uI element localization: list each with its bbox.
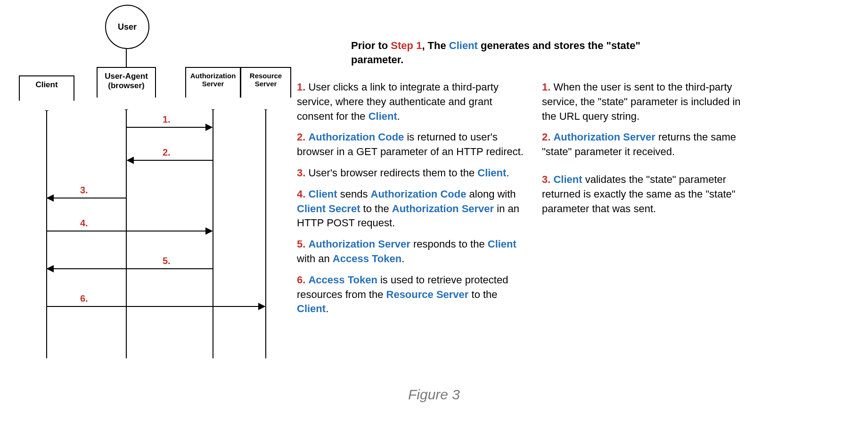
left-step-5-token: Access Token <box>333 253 401 265</box>
left-step-6-end: . <box>326 303 328 314</box>
right-steps-column: 1. When the user is sent to the third-pa… <box>542 80 749 223</box>
figure-caption: Figure 3 <box>0 387 868 403</box>
left-step-4-a: sends <box>337 188 371 200</box>
left-step-4-auth: Authorization Server <box>392 203 494 215</box>
left-step-1: 1. User clicks a link to integrate a thi… <box>297 80 528 124</box>
left-step-5-num: 5. <box>297 238 305 250</box>
left-step-2: 2. Authorization Code is returned to use… <box>297 130 528 159</box>
right-step-1: 1. When the user is sent to the third-pa… <box>542 80 749 124</box>
left-step-2-num: 2. <box>297 131 305 143</box>
left-step-5-a: responds to the <box>410 238 488 250</box>
left-step-3-a: User's browser redirects them to the <box>305 167 477 179</box>
left-step-6-client: Client <box>297 303 326 314</box>
left-steps-column: 1. User clicks a link to integrate a thi… <box>297 80 528 323</box>
left-step-3-client: Client <box>477 167 506 179</box>
right-step-2-num: 2. <box>542 131 550 143</box>
left-step-1-client: Client <box>368 110 397 122</box>
left-step-5-client: Client <box>488 238 516 250</box>
left-step-5: 5. Authorization Server responds to the … <box>297 237 528 266</box>
left-step-3-num: 3. <box>297 167 305 179</box>
left-step-1-num: 1. <box>297 81 305 93</box>
sequence-diagram: User Client User-Agent (browser) Authori… <box>19 5 292 358</box>
arrow-label-5: 5. <box>163 256 171 266</box>
right-step-2: 2. Authorization Server returns the same… <box>542 130 749 159</box>
left-step-6-b: to the <box>468 289 497 300</box>
right-step-2-auth: Authorization Server <box>553 131 655 143</box>
left-step-5-b: with an <box>297 253 333 265</box>
arrow-label-6: 6. <box>80 293 88 304</box>
left-step-4-code: Authorization Code <box>371 188 467 200</box>
left-step-3-end: . <box>506 167 509 179</box>
arrow-label-2: 2. <box>163 147 171 158</box>
left-step-5-auth: Authorization Server <box>308 238 410 250</box>
left-step-4-num: 4. <box>297 188 305 200</box>
left-step-6-num: 6. <box>297 274 305 286</box>
figure-3: User Client User-Agent (browser) Authori… <box>0 0 868 430</box>
right-step-1-a: When the user is sent to the third-party… <box>542 81 741 122</box>
intro-client: Client <box>449 40 478 51</box>
left-step-3: 3. User's browser redirects them to the … <box>297 166 528 181</box>
arrow-label-3: 3. <box>80 185 88 196</box>
left-step-4: 4. Client sends Authorization Code along… <box>297 187 528 231</box>
arrows-svg <box>19 5 292 358</box>
right-step-3: 3. Client validates the "state" paramete… <box>542 173 749 216</box>
left-step-4-secret: Client Secret <box>297 203 360 215</box>
intro-pre: Prior to <box>351 40 391 51</box>
left-step-4-c: to the <box>360 203 392 215</box>
right-step-3-client: Client <box>553 174 582 185</box>
right-step-1-num: 1. <box>542 81 550 93</box>
left-step-4-b: along with <box>466 188 516 200</box>
left-step-6-token: Access Token <box>308 274 377 286</box>
left-step-6: 6. Access Token is used to retrieve prot… <box>297 273 528 316</box>
intro-mid: , The <box>422 40 449 51</box>
arrow-label-1: 1. <box>163 114 171 125</box>
left-step-6-res: Resource Server <box>386 289 469 300</box>
left-step-2-code: Authorization Code <box>308 131 404 143</box>
arrow-label-4: 4. <box>80 218 88 229</box>
intro-step1: Step 1 <box>391 40 422 51</box>
left-step-5-end: . <box>401 253 404 265</box>
left-step-1-end: . <box>397 110 400 122</box>
left-step-4-client: Client <box>308 188 337 200</box>
right-step-3-num: 3. <box>542 174 550 185</box>
intro-text: Prior to Step 1, The Client generates an… <box>351 39 690 66</box>
